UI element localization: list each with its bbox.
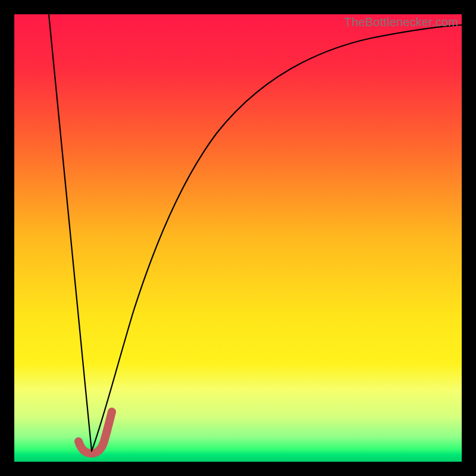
plot-area: TheBottlenecker.com: [14, 14, 462, 462]
curve-layer: [14, 14, 462, 462]
curve-left-descent: [49, 14, 92, 451]
highlight-j-marker: [79, 412, 112, 453]
watermark-text: TheBottlenecker.com: [344, 15, 458, 29]
chart-frame: TheBottlenecker.com: [0, 0, 476, 476]
curve-right-ascent: [92, 25, 462, 451]
